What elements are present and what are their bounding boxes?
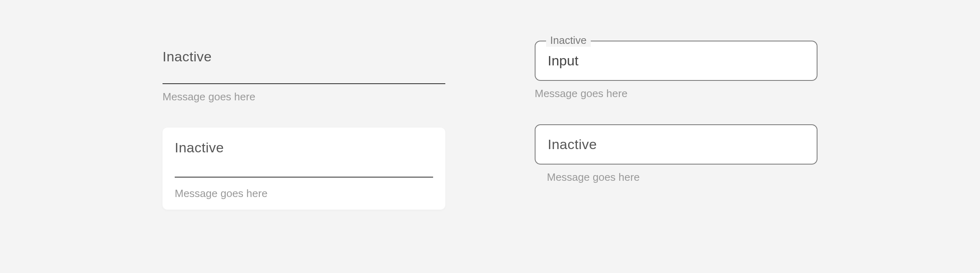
text-field-outlined-float-control[interactable]: Inactive — [535, 41, 817, 81]
helper-text: Message goes here — [535, 87, 817, 100]
text-field-outlined-control[interactable]: Inactive — [535, 124, 817, 165]
text-field-underline-control[interactable]: Inactive — [163, 49, 445, 84]
helper-text: Message goes here — [535, 171, 817, 184]
right-column: Inactive Message goes here Inactive Mess… — [535, 41, 817, 210]
text-field-outlined: Inactive Message goes here — [535, 124, 817, 184]
text-field-outlined-float: Inactive Message goes here — [535, 41, 817, 100]
text-field-filled-control[interactable]: Inactive Message goes here — [163, 128, 445, 210]
text-field-filled: Inactive Message goes here — [163, 128, 445, 210]
left-column: Inactive Message goes here Inactive Mess… — [163, 49, 445, 210]
form-fields-grid: Inactive Message goes here Inactive Mess… — [0, 0, 980, 242]
text-field-underline: Inactive Message goes here — [163, 49, 445, 103]
helper-text: Message goes here — [163, 91, 445, 103]
floating-label: Inactive — [546, 34, 591, 47]
text-input[interactable] — [548, 53, 804, 69]
